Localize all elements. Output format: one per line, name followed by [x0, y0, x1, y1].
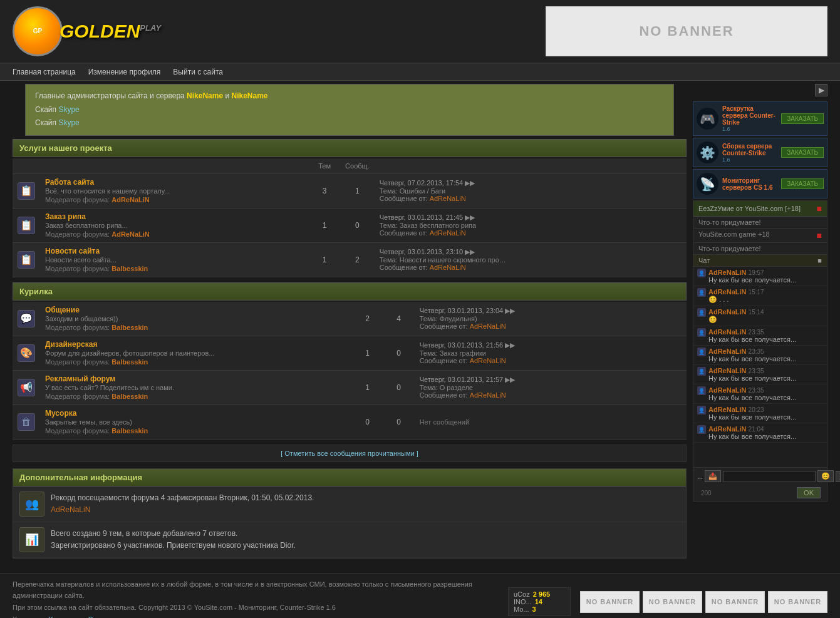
forum-link[interactable]: Общение [45, 306, 80, 314]
table-row: 📋 Новости сайта Новости всего сайта... М… [13, 242, 687, 277]
forum-desc: Закрытые темы, все здесь) [45, 418, 132, 426]
forum-desc: Заказ бесплатного рипа... [45, 222, 128, 229]
forum-icon: 📋 [18, 182, 35, 200]
footer-text: Перепечатка материалов и использование и… [13, 579, 499, 618]
chat-message: 👤 AdReNaLiN 23:35 Ну как бы все получает… [693, 365, 827, 384]
mod-link[interactable]: Balbesskin [111, 358, 148, 366]
mod-link[interactable]: Balbesskin [111, 427, 148, 435]
chat-message-text: Ну как бы все получается... [708, 394, 796, 401]
admin-skype2[interactable]: Skype [58, 118, 79, 127]
table-row: 📋 Работа сайта Всё, что относится к наше… [13, 173, 687, 208]
admin-name1: NikeName [187, 91, 223, 100]
forum-link[interactable]: Новости сайта [45, 247, 100, 255]
chat-timestamp: 19:57 [749, 269, 764, 276]
mark-read-bar: [ Отметить все сообщения прочитанными ] [13, 445, 687, 462]
ucoz-link[interactable]: Хостинг от uCoz [48, 615, 100, 618]
chat-channel2-close[interactable]: ■ [817, 230, 822, 240]
chat-counter: 200 [697, 488, 715, 498]
header-banner: NO BANNER [546, 6, 827, 56]
forum-desc: У вас есть сайт? Поделитесь им с нами. [45, 384, 174, 391]
chat-source-header: ЕезZzУмие от YouSite.com [+18] ■ [693, 201, 827, 217]
mod-link[interactable]: Balbesskin [111, 393, 148, 400]
chat-channel1: Что-то придумаете! [693, 217, 827, 229]
forum-link[interactable]: Дизайнерская [45, 340, 97, 349]
mod-link[interactable]: Balbesskin [111, 265, 148, 272]
chat-username: AdReNaLiN [708, 425, 747, 433]
order-btn-2[interactable]: ЗАКАЗАТЬ [781, 147, 824, 158]
chat-timestamp: 23:35 [749, 348, 764, 355]
sidebar-expand-btn[interactable]: ▶ [815, 84, 827, 96]
post-count: 0 [383, 404, 415, 439]
mod-link[interactable]: AdReNaLiN [111, 230, 150, 238]
footer-stats: uCoz2 965 INO...14 Мо...3 [508, 587, 571, 616]
no-messages: Нет сообщений [420, 418, 469, 426]
mod-link[interactable]: AdReNaLiN [111, 196, 150, 203]
order-btn-1[interactable]: ЗАКАЗАТЬ [781, 113, 824, 124]
forum-link[interactable]: Работа сайта [45, 178, 94, 187]
chat-message-text: Ну как бы все получается... [708, 433, 796, 440]
last-user-link[interactable]: AdReNaLiN [470, 322, 506, 330]
forum-icon: 🎨 [18, 344, 35, 362]
chat-img-btn[interactable]: 🖼 [836, 471, 840, 482]
chat-header: Чат ■ [693, 255, 827, 267]
chat-send-icon[interactable]: 📤 [705, 470, 721, 482]
footer-banner-4[interactable]: NO BANNER [768, 591, 827, 613]
last-user-link[interactable]: AdReNaLiN [430, 195, 466, 202]
chat-close-icon[interactable]: ■ [817, 203, 822, 214]
chat-timestamp: 23:35 [749, 329, 764, 336]
add-info-stats-row: 📊 Всего создано 9 тем, в которые добавле… [13, 522, 686, 558]
chat-username: AdReNaLiN [708, 269, 747, 276]
topic-count: 1 [352, 336, 383, 370]
last-user-link[interactable]: AdReNaLiN [470, 391, 506, 399]
chat-input[interactable] [723, 471, 816, 482]
sidebar-banner-3: 📡 Мониторинг серверов CS 1.6 ЗАКАЗАТЬ [693, 169, 827, 198]
chat-controls: ... 📤 😊 🖼 B 🔗 [693, 467, 827, 485]
post-count: 0 [383, 370, 415, 404]
chat-dots: ... [697, 473, 703, 480]
section-header-services: Услуги нашего проекта [13, 139, 687, 157]
chat-avatar: 👤 [697, 348, 706, 356]
footer-banner-1[interactable]: NO BANNER [580, 591, 640, 613]
nav-logout[interactable]: Выйти с сайта [173, 68, 223, 76]
chat-avatar: 👤 [697, 367, 706, 376]
topic-count: 1 [309, 242, 340, 277]
table-row: 🎨 Дизайнерская Форум для дизайнеров, фот… [13, 336, 687, 370]
post-count: 2 [340, 242, 375, 277]
forum-link[interactable]: Мусорка [45, 409, 76, 418]
chat-username: AdReNaLiN [708, 328, 747, 336]
chat-emoji-btn[interactable]: 😊 [817, 470, 834, 482]
nav-profile[interactable]: Изменение профиля [88, 68, 161, 76]
chat-message: 👤 AdReNaLiN 23:35 Ну как бы все получает… [693, 346, 827, 365]
forum-link[interactable]: Заказ рипа [45, 212, 86, 221]
logo: GP GOLDENPLAY [13, 6, 161, 56]
chat-minimize-icon[interactable]: ■ [817, 257, 822, 264]
admin-skype1[interactable]: Skype [58, 105, 79, 114]
footer-banner-3[interactable]: NO BANNER [705, 591, 765, 613]
mod-link[interactable]: Balbesskin [111, 324, 148, 331]
mark-read-link[interactable]: [ Отметить все сообщения прочитанными ] [281, 450, 418, 457]
post-count: 1 [340, 173, 375, 208]
chat-message-text: Ну как бы все получается... [708, 355, 796, 363]
chat-message: 👤 AdReNaLiN 23:35 Ну как бы все получает… [693, 326, 827, 346]
nav-home[interactable]: Главная страница [13, 68, 76, 76]
topic-count: 3 [309, 173, 340, 208]
chat-username: AdReNaLiN [708, 348, 747, 355]
cs-icon-3: 📡 [697, 173, 718, 195]
admin-banner: Главные администраторы сайта и сервера N… [25, 84, 674, 136]
chat-avatar: 👤 [697, 288, 706, 297]
record-user-link[interactable]: AdReNaLiN [51, 505, 90, 514]
footer-banner-2[interactable]: NO BANNER [643, 591, 702, 613]
last-user-link[interactable]: AdReNaLiN [470, 357, 506, 364]
chat-avatar: 👤 [697, 308, 706, 317]
chat-timestamp: 23:35 [749, 368, 764, 374]
add-info-header: Дополнительная информация [13, 469, 686, 487]
chat-message-text: Ну как бы все получается... [708, 276, 796, 284]
forum-link[interactable]: Рекламный форум [45, 374, 115, 383]
chat-ok-button[interactable]: OK [797, 487, 821, 498]
last-time: Четверг, 07.02.2013, 17:54 [380, 179, 464, 187]
section-kurилка: Курилка 💬 Общение Заходим и общаемся)) М… [13, 282, 687, 440]
record-icon: 👥 [19, 492, 44, 517]
last-user-link[interactable]: AdReNaLiN [430, 264, 466, 271]
last-user-link[interactable]: AdReNaLiN [430, 229, 466, 237]
order-btn-3[interactable]: ЗАКАЗАТЬ [781, 178, 824, 189]
